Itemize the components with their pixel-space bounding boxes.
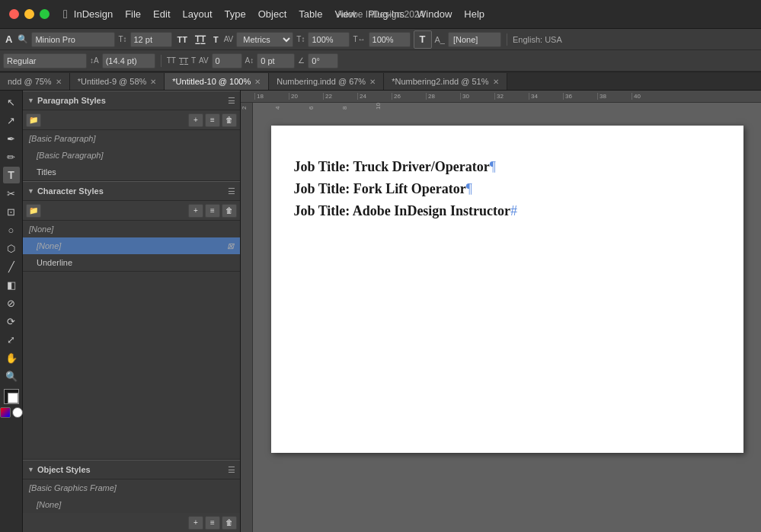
close-button[interactable] [9, 9, 19, 19]
tool-ellipse[interactable]: ○ [3, 221, 20, 238]
document-area[interactable]: Job Title: Truck Driver/Operator¶ Job Ti… [253, 103, 761, 532]
obj-style-basic-graphics[interactable]: [Basic Graphics Frame] [23, 479, 240, 496]
character-styles-title: Character Styles [37, 186, 225, 196]
obj-trash-btn[interactable]: 🗑 [222, 516, 237, 530]
menu-layout[interactable]: Layout [183, 8, 213, 20]
para-style-basic[interactable]: [Basic Paragraph] [23, 147, 240, 164]
menu-help[interactable]: Help [464, 8, 484, 20]
menu-type[interactable]: Type [225, 8, 246, 20]
tool-hand[interactable]: ✋ [3, 349, 20, 366]
maximize-button[interactable] [40, 9, 50, 19]
tool-rotate[interactable]: ⟳ [3, 313, 20, 330]
document-line-0[interactable]: Job Title: Truck Driver/Operator¶ [294, 156, 721, 178]
tool-zoom[interactable]: 🔍 [3, 368, 20, 384]
obj-style-none[interactable]: [None] [23, 496, 240, 513]
tab-2-close[interactable]: ✕ [254, 78, 261, 86]
page[interactable]: Job Title: Truck Driver/Operator¶ Job Ti… [271, 126, 743, 453]
char-style-underline-label: Underline [37, 258, 72, 267]
stroke-color[interactable] [8, 393, 18, 403]
para-new-group-btn[interactable]: 📁 [26, 113, 41, 127]
minimize-button[interactable] [24, 9, 34, 19]
canvas-area[interactable]: 18 20 22 24 26 28 30 32 34 36 38 40 2468… [241, 91, 761, 532]
char-options-btn[interactable]: ≡ [205, 204, 220, 218]
tab-3[interactable]: Numbering.indd @ 67% ✕ [269, 73, 384, 90]
vert-scale-icon: AV [224, 35, 234, 43]
menu-edit[interactable]: Edit [153, 8, 170, 20]
char-style-underline[interactable]: Underline [23, 254, 240, 271]
tab-3-close[interactable]: ✕ [369, 78, 376, 86]
ruler-top: 18 20 22 24 26 28 30 32 34 36 38 40 [241, 91, 761, 103]
tool-pencil[interactable]: ✏ [3, 148, 20, 165]
document-line-1[interactable]: Job Title: Fork Lift Operator¶ [294, 178, 721, 200]
kerning-select[interactable]: Metrics [236, 32, 293, 47]
page-content[interactable]: Job Title: Truck Driver/Operator¶ Job Ti… [294, 156, 721, 221]
tool-rectangle-frame[interactable]: ⊡ [3, 203, 20, 220]
tool-direct-selection[interactable]: ↗ [3, 112, 20, 129]
tool-pen[interactable]: ✒ [3, 130, 20, 147]
menu-table[interactable]: Table [299, 8, 322, 20]
character-styles-menu-icon[interactable]: ☰ [228, 186, 235, 196]
baseline-input[interactable] [257, 53, 295, 68]
character-styles-header[interactable]: ▼ Character Styles ☰ [23, 181, 240, 201]
tracking-input[interactable] [212, 53, 242, 68]
ruler-numbers: 18 20 22 24 26 28 30 32 34 36 38 40 [254, 93, 666, 100]
paragraph-styles-header[interactable]: ▼ Paragraph Styles ☰ [23, 91, 240, 110]
object-styles-header[interactable]: ▼ Object Styles ☰ [23, 460, 240, 479]
ruler-tick-28: 28 [426, 93, 460, 100]
tool-scale[interactable]: ⤢ [3, 331, 20, 348]
tool-gradient[interactable]: ◧ [3, 276, 20, 293]
tab-4-close[interactable]: ✕ [493, 78, 499, 86]
baseline-icon: A↕ [245, 56, 254, 65]
ruler-tick-30: 30 [460, 93, 494, 100]
tab-0-close[interactable]: ✕ [56, 78, 62, 86]
leading-input[interactable] [102, 53, 155, 68]
para-style-titles-label: Titles [37, 167, 56, 177]
tab-1[interactable]: *Untitled-9 @ 58% ✕ [70, 73, 165, 90]
color-mode-btn[interactable] [0, 407, 11, 418]
tool-line[interactable]: ╱ [3, 258, 20, 275]
tab-1-close[interactable]: ✕ [150, 78, 156, 86]
font-size-input[interactable] [130, 32, 172, 47]
para-trash-btn[interactable]: 🗑 [222, 113, 237, 127]
char-style-break-icon: ⊠ [227, 241, 234, 251]
document-line-2[interactable]: Job Title: Adobe InDesign Instructor# [294, 200, 721, 222]
kerning-icon: T [211, 35, 221, 44]
para-style-basic-root[interactable]: [Basic Paragraph] [23, 130, 240, 147]
char-new-group-btn[interactable]: 📁 [26, 204, 41, 218]
obj-style-basic-graphics-label: [Basic Graphics Frame] [29, 483, 117, 492]
tool-scissors[interactable]: ✂ [3, 185, 20, 202]
tool-eyedropper[interactable]: ⊘ [3, 295, 20, 311]
font-family-input[interactable] [31, 32, 115, 47]
para-options-btn[interactable]: ≡ [205, 113, 220, 127]
char-style-none[interactable]: [None] ⊠ [23, 237, 240, 254]
vert-scale-icon2: T↔ [353, 35, 365, 43]
font-size-icon: T↕ [118, 35, 126, 43]
obj-options-btn[interactable]: ≡ [205, 516, 220, 530]
paragraph-styles-menu-icon[interactable]: ☰ [228, 96, 235, 106]
pilcrow-0: ¶ [490, 159, 496, 174]
tab-0[interactable]: ndd @ 75% ✕ [0, 73, 70, 90]
menu-object[interactable]: Object [258, 8, 287, 20]
char-trash-btn[interactable]: 🗑 [222, 204, 237, 218]
para-add-btn[interactable]: + [188, 113, 203, 127]
para-style-titles[interactable]: Titles [23, 164, 240, 180]
obj-add-btn[interactable]: + [188, 516, 203, 530]
horizontal-scale-input[interactable] [308, 32, 350, 47]
menu-file[interactable]: File [125, 8, 141, 20]
vertical-scale-input[interactable] [369, 32, 411, 47]
char-style-none-root[interactable]: [None] [23, 221, 240, 237]
fill-color[interactable] [4, 389, 19, 404]
char-add-btn[interactable]: + [188, 204, 203, 218]
angle-input[interactable] [308, 53, 338, 68]
tool-selection[interactable]: ↖ [3, 94, 20, 110]
char-style-none-root-label: [None] [29, 225, 53, 234]
tab-2[interactable]: *Untitled-10 @ 100% ✕ [165, 73, 269, 90]
tool-polygon[interactable]: ⬡ [3, 240, 20, 256]
font-style-input[interactable] [3, 53, 87, 68]
text-tool-btn[interactable]: T [414, 30, 432, 49]
object-styles-menu-icon[interactable]: ☰ [228, 465, 235, 475]
tool-type[interactable]: T [3, 167, 20, 183]
menu-indesign[interactable]: InDesign [74, 8, 113, 20]
tab-4[interactable]: *Numbering2.indd @ 51% ✕ [384, 73, 507, 90]
none-mode-btn[interactable] [12, 407, 23, 418]
